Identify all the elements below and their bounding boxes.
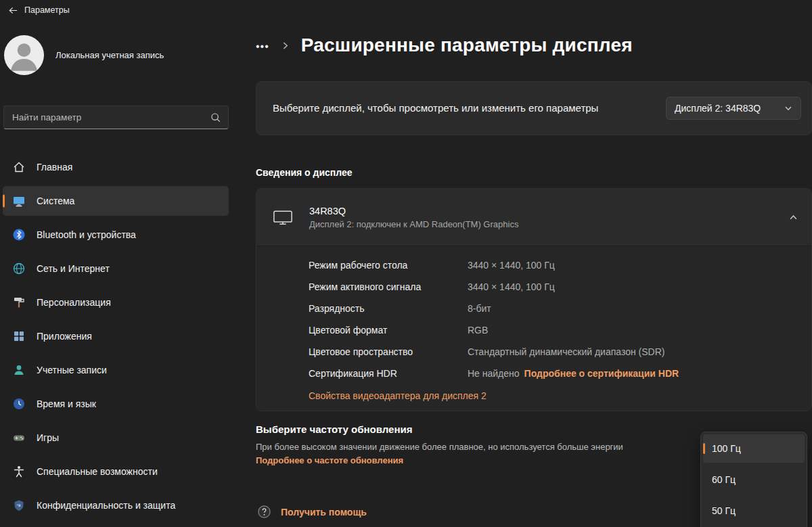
table-row: Цветовое пространство Стандартный динами… [309, 341, 795, 363]
detail-label: Разрядность [309, 303, 468, 314]
search-box[interactable] [3, 106, 229, 129]
clock-icon [12, 397, 26, 411]
accessibility-person-icon [12, 465, 26, 478]
sidebar-item-personalization[interactable]: Персонализация [3, 288, 229, 317]
home-icon [12, 160, 26, 174]
paint-roller-icon [12, 296, 26, 309]
option-label: 100 Гц [712, 443, 741, 454]
apps-grid-icon [12, 329, 26, 343]
detail-label: Режим рабочего стола [309, 260, 468, 271]
detail-value: RGB [468, 325, 488, 336]
search-input[interactable] [12, 112, 210, 122]
sidebar-item-accessibility[interactable]: Специальные возможности [3, 457, 229, 486]
sidebar: Локальная учетная запись Главная Система… [0, 0, 230, 527]
display-info-details: Режим рабочего стола 3440 × 1440, 100 Гц… [256, 246, 811, 411]
refresh-option-60hz[interactable]: 60 Гц [703, 465, 805, 494]
sidebar-item-apps[interactable]: Приложения [3, 321, 229, 351]
breadcrumb-ellipsis-button[interactable]: ••• [256, 38, 269, 53]
detail-label: Цветовой формат [309, 325, 468, 336]
sidebar-item-label: Главная [37, 162, 72, 173]
avatar [4, 35, 44, 75]
sidebar-item-label: Специальные возможности [37, 466, 158, 477]
display-select-description: Выберите дисплей, чтобы просмотреть или … [273, 101, 638, 116]
refresh-rate-info-link[interactable]: Подробнее о частоте обновления [256, 455, 403, 465]
selected-indicator [703, 443, 705, 454]
sidebar-item-label: Игры [37, 432, 59, 443]
chevron-down-icon [784, 104, 792, 112]
detail-value: Не найдено [468, 368, 520, 379]
refresh-option-100hz[interactable]: 100 Гц [703, 434, 805, 463]
table-row: Сертификация HDR Не найдено Подробнее о … [309, 363, 795, 384]
detail-value: 3440 × 1440, 100 Гц [468, 260, 555, 271]
detail-label: Режим активного сигнала [309, 281, 468, 292]
detail-value: 8-бит [468, 303, 491, 314]
display-select-dropdown[interactable]: Дисплей 2: 34R83Q [666, 97, 801, 120]
sidebar-item-network[interactable]: Сеть и Интернет [3, 254, 229, 283]
display-connection: Дисплей 2: подключен к AMD Radeon(TM) Gr… [309, 219, 518, 229]
globe-icon [12, 262, 26, 275]
refresh-rate-description: При более высоком значении движение боле… [256, 440, 672, 467]
account-name: Локальная учетная запись [55, 50, 164, 60]
monitor-icon [273, 209, 293, 226]
detail-value: 3440 × 1440, 100 Гц [468, 281, 555, 292]
detail-label: Цветовое пространство [309, 346, 468, 357]
table-row: Цветовой формат RGB [309, 319, 795, 341]
refresh-rate-flyout: 100 Гц 60 Гц 50 Гц [700, 432, 807, 527]
sidebar-item-label: Сеть и Интернет [37, 263, 110, 274]
help-question-icon [257, 505, 271, 519]
gamepad-icon [12, 431, 26, 444]
sidebar-item-label: Персонализация [37, 297, 111, 308]
sidebar-item-label: Учетные записи [37, 365, 107, 375]
person-icon [4, 35, 44, 75]
sidebar-item-label: Конфиденциальность и защита [37, 500, 175, 511]
selected-indicator [3, 195, 5, 208]
sidebar-item-label: Приложения [37, 331, 92, 342]
search-icon[interactable] [210, 112, 221, 123]
sidebar-item-label: Bluetooth и устройства [37, 229, 136, 240]
sidebar-item-home[interactable]: Главная [3, 152, 229, 182]
display-info-section-title: Сведения о дисплее [256, 167, 353, 178]
refresh-rate-description-text: При более высоком значении движение боле… [256, 442, 623, 452]
sidebar-item-time-language[interactable]: Время и язык [3, 389, 229, 419]
sidebar-item-accounts[interactable]: Учетные записи [3, 355, 229, 385]
table-row: Режим активного сигнала 3440 × 1440, 100… [309, 276, 795, 298]
detail-label: Сертификация HDR [309, 368, 468, 379]
sidebar-item-system[interactable]: Система [3, 186, 229, 216]
table-row: Разрядность 8-бит [309, 298, 795, 319]
detail-value: Стандартный динамический диапазон (SDR) [468, 346, 664, 357]
system-icon [12, 194, 26, 208]
sidebar-item-privacy[interactable]: Конфиденциальность и защита [3, 490, 229, 520]
sidebar-nav: Главная Система Bluetooth и устройства С… [3, 152, 229, 524]
refresh-rate-title: Выберите частоту обновления [256, 423, 672, 435]
table-row: Режим рабочего стола 3440 × 1440, 100 Гц [309, 254, 795, 276]
chevron-right-icon [281, 41, 290, 50]
get-help-link[interactable]: Получить помощь [281, 507, 367, 518]
refresh-rate-section: Выберите частоту обновления При более вы… [256, 423, 672, 467]
sidebar-item-label: Время и язык [37, 398, 96, 409]
get-help[interactable]: Получить помощь [257, 505, 367, 519]
accounts-person-icon [12, 363, 26, 377]
display-select-card: Выберите дисплей, чтобы просмотреть или … [256, 81, 812, 135]
adapter-properties-link[interactable]: Свойства видеоадаптера для дисплея 2 [309, 390, 487, 401]
option-label: 60 Гц [712, 474, 736, 485]
chevron-up-icon[interactable] [785, 209, 802, 226]
hdr-certification-link[interactable]: Подробнее о сертификации HDR [524, 368, 679, 379]
bluetooth-icon [12, 228, 26, 242]
shield-icon [12, 499, 26, 512]
account-area[interactable]: Локальная учетная запись [4, 35, 164, 75]
sidebar-item-games[interactable]: Игры [3, 423, 229, 453]
refresh-option-50hz[interactable]: 50 Гц [703, 497, 805, 525]
option-label: 50 Гц [712, 505, 736, 516]
display-info-expander-header[interactable]: 34R83Q Дисплей 2: подключен к AMD Radeon… [256, 189, 811, 246]
display-name: 34R83Q [309, 206, 518, 216]
sidebar-item-label: Система [37, 196, 74, 206]
display-select-value: Дисплей 2: 34R83Q [675, 103, 761, 114]
breadcrumb: ••• Расширенные параметры дисплея [256, 31, 633, 60]
sidebar-item-bluetooth[interactable]: Bluetooth и устройства [3, 220, 229, 250]
page-title: Расширенные параметры дисплея [301, 35, 633, 56]
display-info-expander: 34R83Q Дисплей 2: подключен к AMD Radeon… [256, 188, 812, 411]
